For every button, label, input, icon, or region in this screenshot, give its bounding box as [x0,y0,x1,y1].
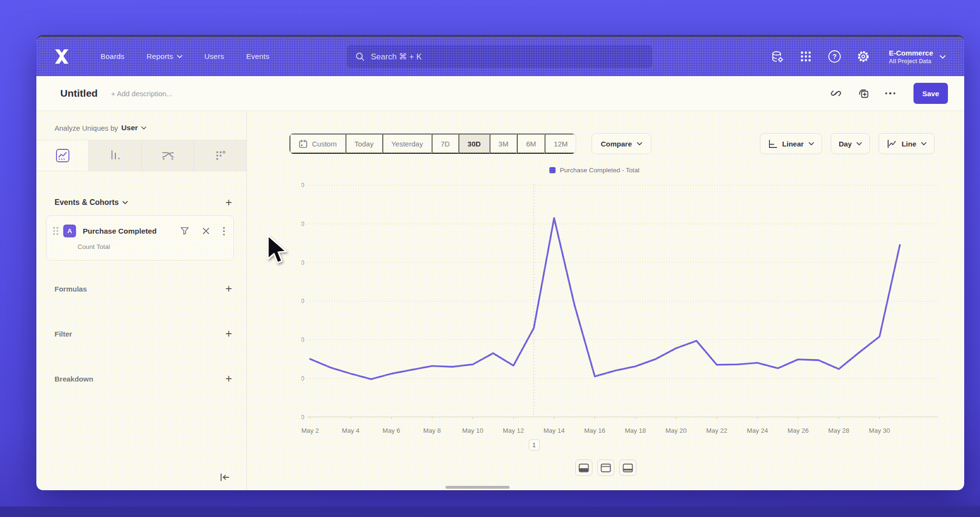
svg-text:May 26: May 26 [788,427,809,434]
collapse-sidebar-icon[interactable] [219,471,231,483]
tab-insights-line[interactable] [36,140,89,171]
svg-text:May 16: May 16 [584,427,605,434]
save-button[interactable]: Save [913,83,948,104]
duplicate-icon[interactable] [858,87,870,100]
filter-funnel-icon[interactable] [180,227,189,235]
range-today-button[interactable]: Today [345,134,382,154]
apps-grid-icon[interactable] [799,49,813,64]
add-filter-button[interactable]: + [225,329,232,338]
svg-text:300: 300 [301,297,304,304]
mixpanel-logo[interactable] [54,48,73,65]
svg-text:May 22: May 22 [706,427,727,434]
remove-event-icon[interactable] [202,227,210,235]
help-icon[interactable]: ? [827,49,842,64]
display-controls: Linear Day Line [760,133,935,154]
add-event-button[interactable]: + [225,198,232,207]
formulas-section: Formulas + [36,281,246,296]
linear-axis-icon [768,139,778,148]
layout-split-view-icon[interactable] [575,460,592,476]
analyze-value-dropdown[interactable]: User [122,124,138,132]
chevron-down-icon [857,142,862,146]
drag-handle-icon[interactable] [53,227,58,235]
svg-text:200: 200 [301,336,304,343]
formulas-label: Formulas [55,285,87,293]
report-title[interactable]: Untitled [60,88,98,99]
event-name[interactable]: Purchase Completed [83,227,156,236]
svg-text:?: ? [833,53,837,60]
range-12m-button[interactable]: 12M [545,134,576,154]
calendar-icon [299,139,308,148]
annotation-marker[interactable]: 1 [529,439,540,450]
nav-menu: Boards Reports Users Events [100,52,269,61]
compare-button[interactable]: Compare [591,133,651,154]
svg-text:500: 500 [301,220,304,227]
chart-legend[interactable]: Purchase Completed - Total [549,167,639,174]
breakdown-label: Breakdown [55,375,93,383]
report-title-bar: Untitled + Add description... [36,76,964,111]
chart-plot-area: 0100200300400500600May 2May 4May 6May 8M… [301,177,945,440]
search-icon [356,52,365,61]
project-switcher[interactable]: E-Commerce All Project Data [889,49,945,65]
project-scope: All Project Data [889,58,933,65]
desktop-background: Boards Reports Users Events Search ⌘ + K [0,0,980,517]
filter-label: Filter [55,330,72,338]
nav-item-boards[interactable]: Boards [100,52,124,61]
app-window: Boards Reports Users Events Search ⌘ + K [36,35,964,490]
event-measurement[interactable]: Count Total [78,243,225,250]
top-nav: Boards Reports Users Events Search ⌘ + K [36,37,964,76]
analyze-label: Analyze Uniques by [55,124,118,132]
svg-text:May 8: May 8 [423,427,441,434]
line-chart[interactable]: 0100200300400500600May 2May 4May 6May 8M… [301,177,945,440]
date-range-group: Custom Today Yesterday 7D 30D 3M 6M 12M [289,133,576,154]
chevron-down-icon [940,55,945,58]
mouse-cursor [266,235,288,265]
svg-text:May 2: May 2 [301,427,319,434]
svg-text:May 28: May 28 [828,427,849,434]
range-3m-button[interactable]: 3M [490,134,517,154]
search-placeholder: Search ⌘ + K [371,52,422,62]
chart-panel: Custom Today Yesterday 7D 30D 3M 6M 12M … [247,111,964,490]
range-6m-button[interactable]: 6M [517,134,545,154]
tab-retention-dots[interactable] [194,140,246,171]
range-30d-button[interactable]: 30D [458,134,490,154]
settings-gear-icon[interactable] [856,49,870,64]
search-input[interactable]: Search ⌘ + K [347,45,652,68]
query-sidebar: Analyze Uniques by User [36,111,247,490]
range-7d-button[interactable]: 7D [432,134,458,154]
add-breakdown-button[interactable]: + [225,374,232,383]
range-custom-button[interactable]: Custom [290,134,345,154]
event-letter-badge: A [63,225,76,237]
svg-text:600: 600 [301,181,304,189]
add-formula-button[interactable]: + [225,284,232,293]
event-card[interactable]: A Purchase Completed [46,215,234,260]
nav-item-reports[interactable]: Reports [146,52,182,61]
range-yesterday-button[interactable]: Yesterday [382,134,432,154]
horizontal-scrollbar-thumb[interactable] [445,486,510,489]
breakdown-section: Breakdown + [36,371,246,386]
visualization-tabs [36,140,246,171]
svg-text:0: 0 [301,414,304,421]
nav-item-events[interactable]: Events [246,52,269,61]
data-management-icon[interactable] [770,49,784,64]
chart-type-dropdown[interactable]: Line [879,133,935,154]
scale-dropdown[interactable]: Linear [760,133,822,154]
layout-top-view-icon[interactable] [597,460,614,476]
interval-dropdown[interactable]: Day [831,133,870,154]
svg-text:May 4: May 4 [342,427,360,434]
legend-swatch [549,167,556,173]
add-description[interactable]: + Add description... [111,90,172,98]
content-area: Analyze Uniques by User [36,111,964,490]
kebab-menu-icon[interactable] [223,227,225,236]
tab-flows[interactable] [142,140,194,171]
line-chart-icon [887,139,897,148]
more-options-icon[interactable] [885,92,896,95]
chevron-down-icon [921,142,926,146]
tab-bar-chart[interactable] [89,140,142,171]
chevron-down-icon [177,55,182,58]
copy-link-icon[interactable] [830,87,842,100]
chart-controls: Custom Today Yesterday 7D 30D 3M 6M 12M … [289,133,935,154]
layout-bottom-view-icon[interactable] [619,460,636,476]
svg-text:400: 400 [301,259,304,266]
events-cohorts-label[interactable]: Events & Cohorts [55,198,128,207]
nav-item-users[interactable]: Users [204,52,224,61]
